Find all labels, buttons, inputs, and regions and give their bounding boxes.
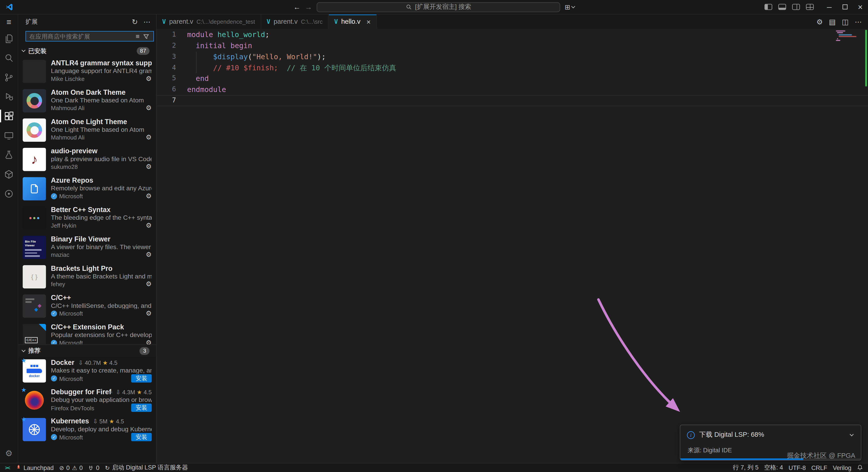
- extension-description: Debug your web application or browser e.…: [51, 396, 152, 403]
- install-button[interactable]: 安装: [131, 374, 152, 383]
- extension-item[interactable]: { }Brackets Light ProA theme basic Brack…: [18, 262, 156, 292]
- activitybar-remote-explorer[interactable]: [0, 126, 18, 145]
- extension-gear-icon[interactable]: ⚙: [146, 192, 152, 200]
- status-eol[interactable]: CRLF: [809, 463, 830, 472]
- extension-publisher: sukumo28: [51, 163, 78, 170]
- refresh-icon[interactable]: ↻: [132, 18, 138, 26]
- more-actions-icon[interactable]: ⋯: [855, 18, 862, 26]
- toggle-panel-icon[interactable]: [778, 4, 786, 10]
- install-button[interactable]: 安装: [131, 433, 152, 441]
- tab-label: hello.v: [341, 18, 360, 25]
- activitybar-explorer[interactable]: [0, 29, 18, 48]
- editor-tab[interactable]: Vhello.v×: [329, 14, 377, 29]
- activitybar-digital-ide[interactable]: [0, 184, 18, 203]
- install-button[interactable]: 安装: [131, 404, 152, 412]
- extension-description: Language support for ANTLR4 grammar fil.…: [51, 68, 152, 74]
- status-indentation[interactable]: 空格: 4: [761, 463, 786, 472]
- toggle-sidebar-icon[interactable]: [765, 4, 772, 10]
- verified-publisher-icon: ✓: [51, 193, 57, 199]
- extension-description: Remotely browse and edit any Azure Repos: [51, 185, 152, 191]
- antlr4-extension-icon: [23, 60, 46, 83]
- activitybar-source-control[interactable]: [0, 68, 18, 87]
- status-lsp-progress[interactable]: ↻启动 Digital LSP 语言服务器: [102, 463, 191, 472]
- extension-name: Better C++ Syntax: [51, 206, 152, 214]
- section-recommended[interactable]: 推荐 3: [18, 344, 156, 356]
- extension-name: Azure Repos: [51, 177, 152, 184]
- extension-item[interactable]: ◆◆C/C++C/C++ IntelliSense, debugging, an…: [18, 292, 156, 321]
- status-problems[interactable]: ⊘0⚠0: [57, 463, 86, 472]
- activitybar-menu[interactable]: ≡: [0, 14, 18, 29]
- editor-settings-icon[interactable]: ⚙: [816, 18, 823, 26]
- extension-gear-icon[interactable]: ⚙: [146, 339, 152, 344]
- extension-search-input[interactable]: [26, 31, 154, 41]
- extension-gear-icon[interactable]: ⚙: [146, 163, 152, 170]
- extension-stats: ⇩ 4.3M ★ 4.5: [116, 388, 152, 395]
- extension-item[interactable]: ★Kubernetes⇩ 5M ★ 4.5Develop, deploy and…: [18, 415, 156, 445]
- extension-item[interactable]: Azure ReposRemotely browse and edit any …: [18, 174, 156, 204]
- close-button[interactable]: ×: [852, 0, 868, 14]
- command-center[interactable]: [扩展开发宿主] 搜索: [317, 2, 560, 12]
- status-cursor-position[interactable]: 行 7, 列 5: [730, 463, 761, 472]
- extension-gear-icon[interactable]: ⚙: [146, 222, 152, 229]
- spinner-icon: ↻: [105, 464, 110, 471]
- back-button[interactable]: ←: [293, 3, 301, 11]
- activitybar-containers[interactable]: [0, 164, 18, 184]
- extension-item[interactable]: docker★Docker⇩ 40.7M ★ 4.5Makes it easy …: [18, 356, 156, 386]
- maximize-button[interactable]: [837, 0, 852, 14]
- open-preview-icon[interactable]: ▤: [829, 18, 836, 26]
- window-mode-icon[interactable]: ⊞: [565, 4, 575, 10]
- chevron-down-icon[interactable]: [850, 432, 854, 436]
- minimap[interactable]: [836, 31, 859, 43]
- status-label: 0: [96, 464, 99, 471]
- extension-gear-icon[interactable]: ⚙: [146, 280, 152, 288]
- close-tab-icon[interactable]: ×: [366, 18, 371, 25]
- split-editor-icon[interactable]: ◫: [842, 18, 848, 26]
- status-label: 行 7, 列 5: [733, 464, 758, 472]
- activitybar-testing[interactable]: [0, 145, 18, 164]
- extension-item[interactable]: ♪audio-previewplay & preview audio file …: [18, 145, 156, 175]
- section-installed[interactable]: 已安装 87: [18, 45, 156, 57]
- toggle-secondary-sidebar-icon[interactable]: [792, 4, 800, 10]
- status-language-mode[interactable]: Verilog: [830, 463, 854, 472]
- extension-gear-icon[interactable]: ⚙: [146, 104, 152, 112]
- status-launchpad[interactable]: Launchpad: [12, 463, 57, 472]
- extension-item[interactable]: Atom One Light ThemeOne Light Theme base…: [18, 116, 156, 145]
- activitybar-settings-gear[interactable]: ⚙: [0, 443, 18, 463]
- bell-icon: [857, 465, 863, 471]
- filter-icon[interactable]: [143, 33, 149, 40]
- more-actions-icon[interactable]: ⋯: [143, 18, 151, 26]
- notification-progress-fill: [680, 459, 803, 460]
- status-ports[interactable]: 0: [86, 463, 102, 472]
- status-notifications-bell[interactable]: [854, 463, 866, 472]
- extension-publisher: maziac: [51, 251, 69, 258]
- extension-item[interactable]: Better C++ SyntaxThe bleeding edge of th…: [18, 204, 156, 233]
- status-label: 空格: 4: [764, 464, 783, 472]
- code-line: 4 // #10 $finish; // 在 10 个时间单位后结束仿真: [157, 62, 868, 73]
- extension-gear-icon[interactable]: ⚙: [146, 75, 152, 83]
- editor-tab[interactable]: Vparent.vC:\...\dependence_test: [157, 14, 261, 29]
- verified-publisher-icon: ✓: [51, 340, 57, 344]
- chevron-down-icon: [22, 48, 25, 52]
- extension-item[interactable]: Bin File ViewerBinary File ViewerA viewe…: [18, 233, 156, 262]
- activitybar-extensions[interactable]: [0, 106, 18, 126]
- extension-gear-icon[interactable]: ⚙: [146, 310, 152, 317]
- activitybar-search[interactable]: [0, 48, 18, 68]
- status-encoding[interactable]: UTF-8: [786, 463, 809, 472]
- status-remote-indicator[interactable]: ><: [2, 463, 12, 472]
- extension-item[interactable]: Atom One Dark ThemeOne Dark Theme based …: [18, 86, 156, 116]
- extension-publisher: Mahmoud Ali: [51, 105, 85, 111]
- minimize-button[interactable]: ─: [822, 0, 837, 14]
- code-editor[interactable]: 1module hello_world;2 initial begin3 $di…: [157, 29, 868, 463]
- extension-item[interactable]: C/C++C/C++ Extension PackPopular extensi…: [18, 321, 156, 344]
- editor-tab[interactable]: Vparent.vC:\...\src: [261, 14, 329, 29]
- extension-publisher: ✓Microsoft: [51, 339, 83, 344]
- extension-item[interactable]: ANTLR4 grammar syntax supportLanguage su…: [18, 57, 156, 86]
- clear-filter-icon[interactable]: ≡: [135, 33, 140, 40]
- forward-button[interactable]: →: [305, 3, 312, 11]
- extension-item[interactable]: ★Debugger for Firefox⇩ 4.3M ★ 4.5Debug y…: [18, 386, 156, 415]
- extension-gear-icon[interactable]: ⚙: [146, 251, 152, 258]
- activitybar-run-debug[interactable]: [0, 87, 18, 106]
- extension-gear-icon[interactable]: ⚙: [146, 133, 152, 141]
- recommended-star-icon: ★: [21, 416, 26, 423]
- customize-layout-icon[interactable]: [806, 4, 814, 10]
